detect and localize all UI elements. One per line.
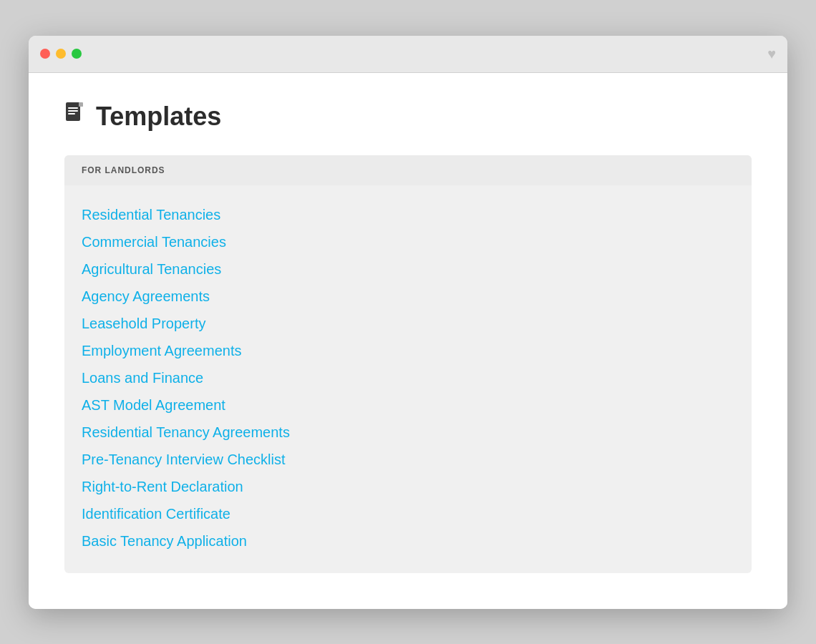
template-link[interactable]: Right-to-Rent Declaration: [82, 479, 243, 494]
template-link[interactable]: Pre-Tenancy Interview Checklist: [82, 452, 286, 467]
list-item: Identification Certificate: [82, 502, 734, 526]
list-item: Residential Tenancies: [82, 203, 734, 227]
list-item: Employment Agreements: [82, 338, 734, 363]
template-link[interactable]: Commercial Tenancies: [82, 234, 226, 250]
list-item: Loans and Finance: [82, 366, 734, 390]
svg-rect-1: [68, 107, 78, 109]
svg-rect-4: [79, 102, 83, 107]
landlords-section: FOR LANDLORDS Residential TenanciesComme…: [64, 155, 752, 573]
svg-rect-2: [68, 110, 78, 112]
traffic-lights: [40, 49, 82, 59]
list-item: Basic Tenancy Application: [82, 529, 734, 553]
heart-icon: ♥: [767, 46, 776, 62]
template-link[interactable]: Residential Tenancies: [82, 207, 220, 223]
list-item: AST Model Agreement: [82, 393, 734, 417]
template-link[interactable]: Loans and Finance: [82, 370, 203, 386]
page-title: Templates: [96, 102, 221, 132]
list-item: Pre-Tenancy Interview Checklist: [82, 447, 734, 472]
page-header: Templates: [64, 102, 752, 132]
list-item: Agricultural Tenancies: [82, 257, 734, 281]
section-body: Residential TenanciesCommercial Tenancie…: [64, 185, 752, 573]
template-link[interactable]: AST Model Agreement: [82, 397, 225, 413]
template-link[interactable]: Agency Agreements: [82, 288, 210, 304]
app-window: ♥ Templates FOR LANDLORDS Residential Te…: [29, 36, 787, 609]
template-link[interactable]: Identification Certificate: [82, 506, 230, 522]
list-item: Commercial Tenancies: [82, 230, 734, 254]
template-link[interactable]: Employment Agreements: [82, 343, 241, 358]
titlebar: ♥: [29, 36, 787, 73]
section-header: FOR LANDLORDS: [64, 155, 752, 185]
template-link[interactable]: Basic Tenancy Application: [82, 533, 247, 549]
svg-rect-3: [68, 113, 75, 114]
template-link[interactable]: Residential Tenancy Agreements: [82, 424, 290, 440]
minimize-button[interactable]: [56, 49, 66, 59]
content-area: Templates FOR LANDLORDS Residential Tena…: [29, 73, 787, 609]
maximize-button[interactable]: [72, 49, 82, 59]
document-icon: [64, 102, 86, 132]
list-item: Agency Agreements: [82, 284, 734, 308]
list-item: Residential Tenancy Agreements: [82, 420, 734, 444]
template-link[interactable]: Agricultural Tenancies: [82, 261, 221, 277]
list-item: Right-to-Rent Declaration: [82, 474, 734, 499]
close-button[interactable]: [40, 49, 50, 59]
template-link[interactable]: Leasehold Property: [82, 316, 205, 331]
template-link-list: Residential TenanciesCommercial Tenancie…: [82, 203, 734, 553]
list-item: Leasehold Property: [82, 311, 734, 336]
